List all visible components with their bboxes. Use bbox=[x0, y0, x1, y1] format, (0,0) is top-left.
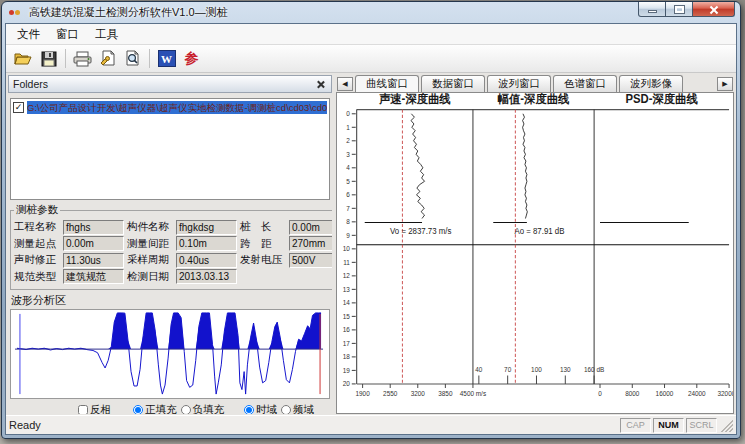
param-value-field[interactable]: 0.10m bbox=[176, 236, 237, 251]
param-value-field[interactable]: 0.40us bbox=[176, 253, 237, 268]
toolbar-separator bbox=[149, 49, 150, 68]
print-button[interactable] bbox=[70, 47, 95, 70]
param-label: 声时修正 bbox=[14, 253, 60, 267]
pile-params-group: 测桩参数 工程名称fhghs构件名称fhgkdsg桩 长0.00m测量起点0.0… bbox=[10, 203, 332, 290]
status-text: Ready bbox=[9, 419, 41, 431]
app-window: 高铁建筑混凝土检测分析软件V1.0—测桩 文件窗口工具 bbox=[1, 1, 741, 439]
menu-item-1[interactable]: 窗口 bbox=[48, 25, 87, 44]
waveform-options: 反相 正填充 负填充 时域 频域 bbox=[78, 403, 330, 415]
waveform-plot[interactable] bbox=[10, 309, 330, 399]
param-value-field[interactable]: fhghs bbox=[63, 220, 124, 235]
param-value-field[interactable]: 0.00m bbox=[289, 220, 332, 235]
page-setup-button[interactable] bbox=[95, 47, 120, 70]
word-export-button[interactable]: W bbox=[154, 47, 179, 70]
params-button[interactable]: 参 bbox=[179, 47, 204, 70]
svg-text:13: 13 bbox=[343, 286, 350, 293]
pile-params-title: 测桩参数 bbox=[14, 203, 60, 217]
svg-text:8: 8 bbox=[346, 218, 350, 225]
folder-list-item[interactable]: ✓G:\公司产品设计开发\超声仪器\超声仪实地检测数据-调测桩cd\cd03\c… bbox=[13, 101, 327, 114]
svg-text:PSD-深度曲线: PSD-深度曲线 bbox=[625, 93, 698, 105]
status-key-scrl: SCRL bbox=[686, 418, 717, 433]
param-value-field[interactable]: 2013.03.13 bbox=[176, 269, 237, 284]
svg-text:160 dB: 160 dB bbox=[584, 366, 605, 373]
waveform-svg bbox=[11, 310, 329, 398]
folders-pane: Folders ✓G:\公司产品设计开发\超声仪器\超声仪实地检测数据-调测桩c… bbox=[8, 75, 332, 414]
tab-3[interactable]: 色谱窗口 bbox=[553, 75, 617, 92]
freq-domain-radio[interactable]: 频域 bbox=[281, 403, 314, 415]
folder-checkbox[interactable]: ✓ bbox=[13, 102, 24, 113]
toolbar-separator bbox=[65, 49, 66, 68]
status-bar: Ready CAPNUMSCRL bbox=[6, 415, 736, 434]
svg-text:16: 16 bbox=[343, 326, 350, 333]
tab-1[interactable]: 数据窗口 bbox=[421, 75, 485, 92]
menu-item-2[interactable]: 工具 bbox=[87, 25, 126, 44]
svg-text:3850: 3850 bbox=[438, 390, 453, 397]
status-key-cap: CAP bbox=[620, 418, 651, 433]
folder-path-label: G:\公司产品设计开发\超声仪器\超声仪实地检测数据-调测桩cd\cd03\cd… bbox=[27, 101, 327, 114]
depth-curves-svg: 01234567891011121314151617181920声速-深度曲线1… bbox=[337, 93, 733, 413]
time-domain-radio[interactable]: 时域 bbox=[244, 403, 277, 415]
param-value-field[interactable]: 270mm bbox=[289, 236, 332, 251]
param-label: 工程名称 bbox=[14, 220, 60, 234]
tab-scroll-left-icon[interactable]: ◀ bbox=[337, 77, 353, 91]
param-label: 构件名称 bbox=[127, 220, 173, 234]
svg-text:Vo = 2837.73 m/s: Vo = 2837.73 m/s bbox=[390, 227, 451, 236]
param-label: 发射电压 bbox=[240, 253, 286, 267]
svg-text:7: 7 bbox=[346, 205, 350, 212]
param-label: 跨 距 bbox=[240, 237, 286, 251]
open-folder-icon bbox=[14, 51, 33, 66]
printer-icon bbox=[73, 51, 92, 67]
page-setup-icon bbox=[99, 50, 116, 67]
title-bar[interactable]: 高铁建筑混凝土检测分析软件V1.0—测桩 bbox=[5, 2, 737, 23]
positive-fill-radio[interactable]: 正填充 bbox=[133, 403, 177, 415]
curves-pane: ◀ 曲线窗口数据窗口波列窗口色谱窗口波列影像 ▶ 012345678910111… bbox=[336, 75, 734, 414]
svg-text:40: 40 bbox=[475, 366, 482, 373]
svg-text:9: 9 bbox=[346, 232, 350, 239]
param-value-field[interactable]: 11.30us bbox=[63, 253, 124, 268]
window-title: 高铁建筑混凝土检测分析软件V1.0—测桩 bbox=[29, 5, 228, 20]
wave-area-title: 波形分析区 bbox=[11, 293, 330, 308]
minimize-button[interactable] bbox=[638, 2, 666, 17]
param-label: 测量间距 bbox=[127, 237, 173, 251]
save-button[interactable] bbox=[36, 47, 61, 70]
save-icon bbox=[41, 51, 57, 67]
open-button[interactable] bbox=[11, 47, 36, 70]
params-icon: 参 bbox=[185, 50, 199, 68]
svg-text:Ao = 87.91 dB: Ao = 87.91 dB bbox=[514, 227, 564, 236]
resize-grip-icon[interactable] bbox=[720, 419, 733, 432]
invert-checkbox[interactable]: 反相 bbox=[78, 403, 111, 415]
close-button[interactable] bbox=[693, 2, 735, 17]
folders-header: Folders bbox=[8, 75, 332, 93]
maximize-button[interactable] bbox=[666, 2, 693, 17]
param-value-field[interactable]: 0.00m bbox=[63, 236, 124, 251]
menu-item-0[interactable]: 文件 bbox=[9, 25, 48, 44]
svg-text:16000: 16000 bbox=[656, 390, 674, 397]
negative-fill-radio[interactable]: 负填充 bbox=[181, 403, 225, 415]
depth-curves-chart[interactable]: 01234567891011121314151617181920声速-深度曲线1… bbox=[336, 92, 734, 414]
status-key-num: NUM bbox=[653, 418, 684, 433]
tab-0[interactable]: 曲线窗口 bbox=[355, 75, 419, 93]
param-value-field[interactable]: fhgkdsg bbox=[176, 220, 237, 235]
svg-text:1: 1 bbox=[346, 124, 350, 131]
svg-text:2550: 2550 bbox=[383, 390, 398, 397]
tab-scroll-right-icon[interactable]: ▶ bbox=[717, 77, 733, 91]
param-value-field[interactable]: 500V bbox=[289, 253, 332, 268]
tab-4[interactable]: 波列影像 bbox=[619, 75, 683, 92]
folders-close-icon[interactable] bbox=[315, 79, 327, 90]
svg-text:3200: 3200 bbox=[411, 390, 426, 397]
tab-2[interactable]: 波列窗口 bbox=[487, 75, 551, 92]
svg-text:4: 4 bbox=[346, 164, 350, 171]
svg-text:1900: 1900 bbox=[355, 390, 370, 397]
svg-text:6: 6 bbox=[346, 191, 350, 198]
svg-text:10: 10 bbox=[343, 245, 350, 252]
svg-text:70: 70 bbox=[504, 366, 511, 373]
param-value-field[interactable]: 建筑规范 bbox=[63, 269, 124, 284]
word-icon: W bbox=[158, 50, 176, 67]
param-label: 规范类型 bbox=[14, 270, 60, 284]
menu-bar: 文件窗口工具 bbox=[6, 24, 736, 45]
param-label: 测量起点 bbox=[14, 237, 60, 251]
svg-text:15: 15 bbox=[343, 313, 350, 320]
svg-text:4500 m/s: 4500 m/s bbox=[460, 390, 487, 397]
folder-list[interactable]: ✓G:\公司产品设计开发\超声仪器\超声仪实地检测数据-调测桩cd\cd03\c… bbox=[10, 98, 330, 200]
print-preview-button[interactable] bbox=[120, 47, 145, 70]
